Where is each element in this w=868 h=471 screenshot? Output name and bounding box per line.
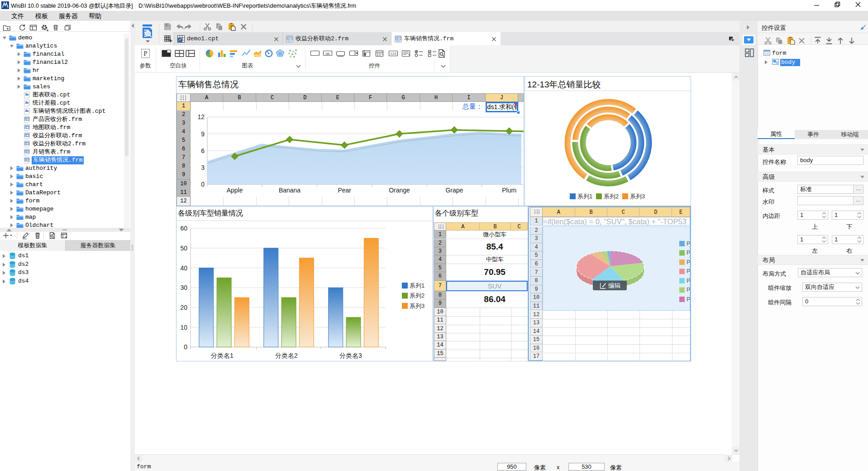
svg-text:系列2: 系列2 — [410, 292, 424, 299]
svg-text:50: 50 — [180, 245, 187, 252]
svg-text:P: P — [687, 259, 690, 265]
svg-text:lab: lab — [325, 52, 329, 55]
svg-text:P: P — [687, 287, 690, 293]
svg-text:60: 60 — [180, 225, 187, 232]
svg-text:P: P — [687, 296, 690, 303]
svg-text:Grape: Grape — [445, 187, 463, 194]
svg-text:P: P — [687, 240, 690, 247]
svg-text:P: P — [687, 268, 690, 274]
svg-text:Orange: Orange — [389, 187, 410, 194]
svg-text:系列3: 系列3 — [410, 303, 424, 309]
svg-text:Apple: Apple — [227, 187, 243, 194]
svg-text:系列3: 系列3 — [630, 193, 645, 200]
svg-text:系列1: 系列1 — [410, 282, 424, 289]
svg-text:系列2: 系列2 — [604, 193, 619, 200]
svg-text:0: 0 — [184, 343, 187, 351]
svg-text:P: P — [143, 50, 147, 57]
svg-text:30: 30 — [180, 284, 187, 291]
svg-text:20: 20 — [180, 304, 187, 311]
svg-text:系列1: 系列1 — [577, 193, 592, 200]
svg-text:P: P — [687, 250, 690, 256]
svg-text:P: P — [687, 278, 690, 284]
svg-text:编辑: 编辑 — [608, 282, 621, 289]
svg-text:123: 123 — [390, 52, 396, 56]
svg-text:3: 3 — [201, 164, 205, 171]
svg-text:12: 12 — [197, 113, 205, 120]
svg-text:分类名3: 分类名3 — [339, 352, 362, 359]
svg-text:6: 6 — [201, 147, 205, 154]
svg-text:0: 0 — [201, 181, 205, 188]
svg-text:Plum: Plum — [502, 187, 516, 194]
svg-text:Banana: Banana — [279, 187, 300, 194]
svg-text:10: 10 — [180, 324, 187, 331]
svg-text:9: 9 — [201, 130, 205, 138]
svg-text:Pear: Pear — [338, 187, 351, 194]
svg-text:分类名1: 分类名1 — [211, 352, 234, 359]
svg-text:分类名2: 分类名2 — [275, 352, 298, 359]
svg-text:40: 40 — [180, 264, 187, 272]
